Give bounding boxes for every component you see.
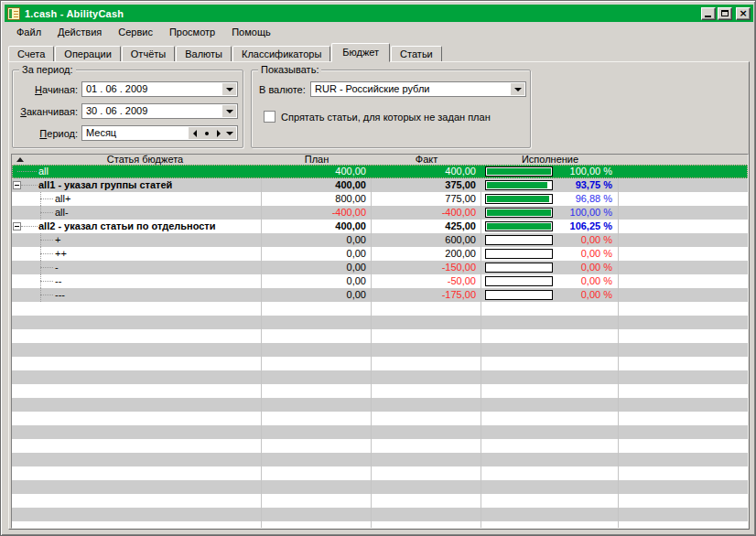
arrow-right-icon [217, 130, 221, 137]
empty-cell [619, 247, 748, 261]
tab-1[interactable]: Операции [55, 46, 120, 62]
execution-cell: 0,00 % [481, 247, 619, 261]
fact-cell: 400,00 [372, 165, 481, 178]
hide-articles-checkbox-label: Спрятать статьи, для которых не задан пл… [281, 112, 491, 123]
end-date-label: Заканчивая: [18, 106, 78, 117]
execution-cell: 96,88 % [481, 192, 619, 206]
period-combobox[interactable]: Месяц [81, 125, 238, 141]
table-row[interactable]: ++0,00200,000,00 % [12, 247, 748, 261]
execution-percent: 0,00 % [553, 288, 618, 302]
period-current-button[interactable] [200, 127, 212, 139]
article-label: -- [55, 274, 61, 288]
sort-column-header[interactable] [12, 155, 28, 165]
tree-line [40, 267, 53, 268]
end-date-combobox[interactable]: 30 . 06 . 2009 [81, 103, 238, 119]
chevron-down-icon [226, 132, 233, 135]
empty-cell [619, 220, 748, 233]
execution-cell: 0,00 % [481, 233, 619, 247]
column-header-execution[interactable]: Исполнение [481, 155, 619, 165]
article-label: all+ [55, 192, 70, 206]
table-row[interactable]: -0,00-150,000,00 % [12, 261, 748, 274]
table-row[interactable]: ---0,00-175,000,00 % [12, 288, 748, 302]
currency-dropdown-button[interactable] [511, 83, 524, 95]
column-header-article[interactable]: Статья бюджета [28, 155, 262, 165]
plan-cell: 0,00 [262, 274, 372, 288]
progress-bar [485, 208, 553, 218]
article-cell: -- [12, 274, 262, 288]
end-date-dropdown-button[interactable] [222, 105, 236, 117]
budget-table: Статья бюджета План Факт Исполнение all4… [11, 154, 749, 529]
execution-percent: 106,25 % [553, 220, 618, 233]
menu-item-1[interactable]: Действия [49, 25, 110, 39]
table-row[interactable]: all--400,00-400,00100,00 % [12, 206, 748, 220]
currency-combobox[interactable]: RUR - Российские рубли [310, 81, 526, 97]
close-icon: × [739, 9, 747, 18]
article-label: all1 - указал группы статей [38, 178, 172, 192]
period-value: Месяц [86, 127, 116, 138]
close-button[interactable]: × [736, 7, 751, 20]
menu-item-0[interactable]: Файл [8, 25, 49, 39]
progress-bar [485, 180, 553, 190]
fact-cell: 425,00 [372, 220, 481, 233]
fact-cell: -175,00 [372, 288, 481, 302]
table-row[interactable]: all1 - указал группы статей400,00375,009… [12, 178, 748, 192]
tab-5[interactable]: Бюджет [331, 43, 390, 62]
start-date-dropdown-button[interactable] [222, 83, 236, 95]
dot-icon [205, 132, 209, 135]
progress-bar-fill [487, 209, 551, 216]
column-header-plan[interactable]: План [262, 155, 372, 165]
maximize-button[interactable] [718, 7, 732, 20]
progress-bar-fill [487, 182, 547, 188]
show-groupbox-title: Показывать: [258, 64, 321, 75]
article-cell: --- [12, 288, 262, 302]
tab-6[interactable]: Статьи [391, 46, 442, 62]
tab-0[interactable]: Счета [8, 46, 54, 62]
column-header-fact[interactable]: Факт [372, 155, 481, 165]
progress-bar [485, 276, 553, 286]
collapse-expander-icon[interactable] [13, 222, 21, 230]
execution-cell: 100,00 % [481, 206, 619, 220]
article-cell: - [12, 261, 262, 274]
show-groupbox: Показывать: В валюте: RUR - Российские р… [251, 70, 531, 148]
tab-3[interactable]: Валюты [176, 46, 232, 62]
empty-cell [619, 165, 748, 178]
table-row[interactable]: all400,00400,00100,00 % [12, 165, 748, 178]
start-date-combobox[interactable]: 01 . 06 . 2009 [81, 81, 238, 97]
table-row[interactable]: --0,00-50,000,00 % [12, 274, 748, 288]
tab-2[interactable]: Отчёты [122, 46, 175, 62]
collapse-expander-icon[interactable] [13, 181, 21, 189]
plan-cell: 800,00 [262, 192, 372, 206]
execution-percent: 0,00 % [553, 274, 618, 288]
article-cell: all2 - указал статьи по отдельности [12, 220, 262, 233]
period-dropdown-button[interactable] [222, 127, 236, 139]
progress-bar [485, 221, 553, 231]
hide-articles-checkbox[interactable] [264, 111, 275, 123]
period-groupbox-title: За период: [19, 64, 76, 75]
table-row[interactable]: all+800,00775,0096,88 % [12, 192, 748, 206]
article-cell: all+ [12, 192, 262, 206]
period-label: Период: [18, 128, 78, 139]
empty-table-row [12, 521, 748, 529]
table-row[interactable]: all2 - указал статьи по отдельности400,0… [12, 220, 748, 233]
execution-percent: 96,88 % [553, 192, 618, 206]
sort-ascending-icon [16, 157, 24, 162]
plan-cell: 0,00 [262, 288, 372, 302]
tab-strip: СчетаОперацииОтчётыВалютыКлассификаторыБ… [8, 43, 750, 62]
menu-item-3[interactable]: Просмотр [161, 25, 223, 39]
fact-cell: 775,00 [372, 192, 481, 206]
menu-item-2[interactable]: Сервис [110, 25, 161, 39]
menu-item-4[interactable]: Помощь [223, 25, 279, 39]
empty-cell [619, 288, 748, 302]
progress-bar [485, 194, 553, 204]
progress-bar-fill [487, 168, 551, 175]
period-prev-button[interactable] [189, 127, 200, 139]
tab-4[interactable]: Классификаторы [232, 46, 330, 62]
article-cell: + [12, 233, 262, 247]
minimize-icon [705, 16, 711, 17]
tree-line [21, 226, 38, 227]
minimize-button[interactable] [701, 7, 716, 20]
budget-tab-page: За период: Начиная: 01 . 06 . 2009 Закан… [8, 61, 750, 530]
tree-line [40, 198, 53, 199]
maximize-icon [721, 10, 729, 16]
table-row[interactable]: +0,00600,000,00 % [12, 233, 748, 247]
